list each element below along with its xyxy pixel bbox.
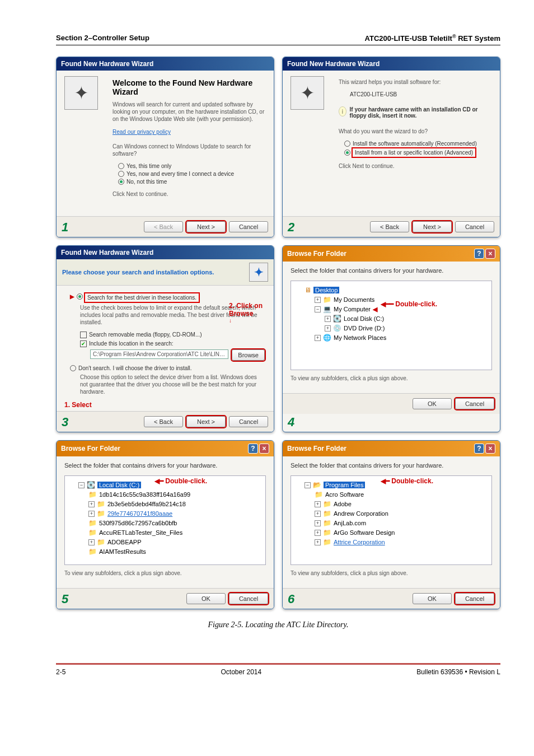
privacy-link[interactable]: Read our privacy policy <box>113 129 171 135</box>
next-button[interactable]: Next > <box>186 221 226 232</box>
help-button[interactable]: ? <box>474 444 484 454</box>
folder-icon: 📁 <box>88 519 97 527</box>
checkbox-include-location[interactable]: ✔ <box>80 340 87 347</box>
wizard-question: Can Windows connect to Windows Update to… <box>113 143 266 157</box>
help-button[interactable]: ? <box>474 249 484 259</box>
expand-icon[interactable]: + <box>325 325 331 332</box>
tree-item[interactable]: 530f975d86c72957ca6b0bfb <box>99 520 177 526</box>
tree-desktop[interactable]: Desktop <box>313 287 339 293</box>
expand-icon[interactable]: + <box>315 501 321 507</box>
tree-item[interactable]: 2b3e5eb5debd4ffa9b214c18 <box>107 501 186 507</box>
browse-folder-step4-dialog: Browse For Folder ? × Select the folder … <box>282 245 500 432</box>
titlebar: Found New Hardware Wizard <box>57 246 274 259</box>
folder-icon: 📁 <box>97 500 105 508</box>
cancel-button[interactable]: Cancel <box>455 221 494 232</box>
tree-local-disk[interactable]: Local Disk (C:) <box>344 315 384 322</box>
ok-button[interactable]: OK <box>413 398 452 409</box>
footer-bulletin: Bulletin 639536 • Revision L <box>416 668 500 676</box>
tree-local-disk[interactable]: Local Disk (C:) <box>97 482 141 488</box>
location-path-input[interactable]: C:\Program Files\Andrew Corporation\ATC … <box>90 349 228 359</box>
titlebar: Found New Hardware Wizard <box>57 57 274 71</box>
close-button[interactable]: × <box>259 444 269 454</box>
tree-item[interactable]: Andrew Corporation <box>334 510 388 517</box>
checkbox-removable[interactable] <box>80 332 87 338</box>
back-button[interactable]: < Back <box>144 416 183 427</box>
tree-my-computer[interactable]: My Computer <box>334 306 371 312</box>
radio-search-best[interactable] <box>77 293 83 300</box>
tree-network-places[interactable]: My Network Places <box>334 334 386 341</box>
tree-item[interactable]: Acro Software <box>325 491 364 498</box>
wizard-icon: ✦ <box>64 76 98 110</box>
radio-no[interactable] <box>118 179 124 185</box>
tree-item[interactable]: 29fe774670741f80aaae <box>107 510 172 517</box>
expand-icon[interactable]: + <box>315 539 321 545</box>
tree-hint: To view any subfolders, click a plus sig… <box>64 570 266 577</box>
folder-icon: 📂 <box>313 481 321 489</box>
browse-instruction: Select the folder that contains drivers … <box>291 267 492 274</box>
cancel-button[interactable]: Cancel <box>455 398 494 409</box>
radio-dont-search[interactable] <box>70 365 76 371</box>
collapse-icon[interactable]: − <box>315 306 321 312</box>
folder-icon: 📁 <box>97 538 105 546</box>
folder-tree[interactable]: ◀━ Double-click. −📂Program Files 📁Acro S… <box>291 475 492 565</box>
expand-icon[interactable]: + <box>315 530 321 536</box>
cancel-button[interactable]: Cancel <box>229 416 268 427</box>
page-number: 2-5 <box>56 668 65 676</box>
radio-auto-install[interactable] <box>344 141 350 147</box>
browse-folder-step6-dialog: Browse For Folder ? × Select the folder … <box>282 440 500 609</box>
expand-icon[interactable]: + <box>315 335 321 341</box>
expand-icon[interactable]: + <box>315 297 321 303</box>
close-button[interactable]: × <box>485 249 495 259</box>
wizard-icon: ✦ <box>291 76 324 110</box>
expand-icon[interactable]: + <box>88 511 95 517</box>
dialog-title: Browse For Folder <box>287 250 346 258</box>
tree-item[interactable]: ArGo Software Design <box>334 529 395 536</box>
tree-item[interactable]: Adobe <box>334 501 352 507</box>
browse-button[interactable]: Browse <box>232 349 265 361</box>
radio-advanced-install[interactable] <box>344 150 350 156</box>
page-footer: 2-5 October 2014 Bulletin 639536 • Revis… <box>56 663 500 676</box>
ok-button[interactable]: OK <box>186 593 226 604</box>
intro-text: This wizard helps you install software f… <box>339 78 492 86</box>
tree-item[interactable]: AnjLab.com <box>334 520 366 526</box>
tree-item[interactable]: AccuRETLabTester_Site_Files <box>99 529 182 536</box>
radio-yes-always[interactable] <box>118 171 124 177</box>
tree-item[interactable]: ADOBEAPP <box>107 539 142 545</box>
tree-item[interactable]: AIAMTestResults <box>99 548 146 555</box>
cancel-button[interactable]: Cancel <box>229 593 268 604</box>
tree-program-files[interactable]: Program Files <box>324 482 365 488</box>
help-button[interactable]: ? <box>248 444 258 454</box>
tree-hint: To view any subfolders, click a plus sig… <box>291 375 492 382</box>
wizard-step1-dialog: Found New Hardware Wizard ✦ Welcome to t… <box>56 57 274 237</box>
cancel-button[interactable]: Cancel <box>229 221 268 232</box>
folder-tree[interactable]: ◀━━ Double-click. 🖥 Desktop +📁My Documen… <box>291 281 492 370</box>
close-button[interactable]: × <box>485 444 495 454</box>
cancel-button[interactable]: Cancel <box>455 593 494 604</box>
radio-yes-once[interactable] <box>118 163 124 169</box>
next-button[interactable]: Next > <box>413 221 452 232</box>
tree-my-documents[interactable]: My Documents <box>334 296 374 303</box>
expand-icon[interactable]: + <box>325 316 331 322</box>
collapse-icon[interactable]: − <box>305 482 311 488</box>
network-icon: 🌐 <box>323 334 331 342</box>
arrow-icon: ▶ <box>70 293 74 300</box>
dialog-title: Browse For Folder <box>287 445 346 452</box>
collapse-icon[interactable]: − <box>78 482 85 488</box>
step-number: 6 <box>285 592 297 606</box>
next-button[interactable]: Next > <box>186 416 226 427</box>
tree-item[interactable]: Attrice Corporation <box>334 539 385 545</box>
folder-tree[interactable]: ◀━ Double-click. −💽Local Disk (C:) 📁1db1… <box>64 475 266 565</box>
expand-icon[interactable]: + <box>315 511 321 517</box>
folder-icon: 📁 <box>97 510 105 517</box>
expand-icon[interactable]: + <box>315 520 321 526</box>
annotation-browse: Browse <box>229 310 253 318</box>
folder-icon: 📁 <box>323 500 331 508</box>
browse-folder-step5-dialog: Browse For Folder ? × Select the folder … <box>56 440 274 609</box>
expand-icon[interactable]: + <box>88 501 95 507</box>
back-button[interactable]: < Back <box>370 221 409 232</box>
expand-icon[interactable]: + <box>88 539 95 545</box>
tree-item[interactable]: 1db14c16c55c9a383ff164a16a99 <box>99 491 190 498</box>
ok-button[interactable]: OK <box>413 593 452 604</box>
desktop-icon: 🖥 <box>305 286 311 294</box>
tree-dvd-drive[interactable]: DVD Drive (D:) <box>344 325 385 332</box>
